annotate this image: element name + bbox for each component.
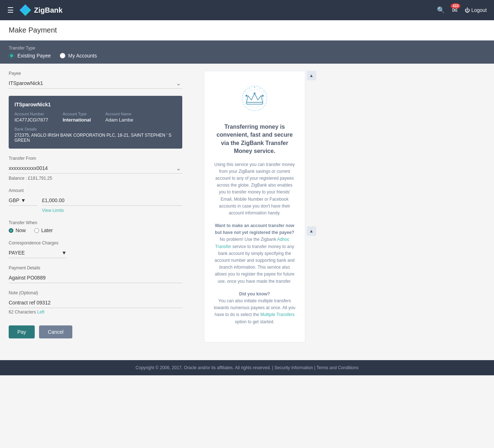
amount-label: Amount — [9, 188, 182, 193]
payee-select-wrapper[interactable]: ITSparowNick1 ⌄ — [9, 78, 182, 89]
transfer-from-group: Transfer From xxxxxxxxxxx0014 ⌄ Balance … — [9, 156, 182, 181]
payee-card: ITSparowNick1 Account Number IC477JCGI78… — [9, 96, 182, 149]
my-accounts-label: My Accounts — [68, 53, 97, 59]
button-row: Pay Cancel — [9, 325, 182, 338]
existing-payee-radio[interactable] — [9, 53, 14, 59]
page-title-bar: Make Payment — [0, 20, 494, 40]
logout-icon: ⏻ — [465, 7, 470, 13]
account-number-value: IC477JCGI7877 — [14, 117, 48, 123]
note-input[interactable] — [9, 298, 182, 308]
my-accounts-radio[interactable] — [60, 53, 65, 59]
svg-point-1 — [246, 89, 264, 107]
svg-point-5 — [262, 95, 264, 97]
logo: ZigBank — [20, 4, 63, 16]
info-panel-para2-bold: Want to make an account transfer now but… — [215, 223, 294, 235]
scroll-up-button[interactable]: ▲ — [307, 71, 316, 80]
info-panel-para3-bold: Did you know? — [239, 291, 270, 296]
svg-point-12 — [243, 97, 244, 97]
payment-details-input[interactable] — [9, 273, 182, 283]
view-limits-link[interactable]: View Limits — [42, 208, 182, 213]
info-panel-para2-rest: service to transfer money to any bank ac… — [214, 244, 295, 284]
left-panel: Payee ITSparowNick1 ⌄ ITSparowNick1 Acco… — [9, 71, 182, 346]
right-panel: Transferring money is convenient, fast a… — [204, 71, 305, 342]
correspondence-value: PAYEE — [9, 250, 25, 256]
now-option[interactable]: Now — [9, 227, 26, 233]
transfer-from-select[interactable]: xxxxxxxxxxx0014 — [9, 165, 182, 171]
account-type-value: International — [63, 117, 91, 123]
multiple-transfers-link[interactable]: Multiple Transfers — [260, 312, 295, 317]
payee-group: Payee ITSparowNick1 ⌄ — [9, 71, 182, 89]
cancel-button[interactable]: Cancel — [39, 325, 72, 338]
payment-details-label: Payment Details — [9, 265, 182, 270]
amount-input[interactable] — [42, 197, 182, 203]
note-group: Note (Optional) 62 Characters Left — [9, 290, 182, 315]
balance-text: Balance : £181,791.25 — [9, 176, 182, 181]
info-panel-para2-prefix: No problem! Use the Zigbank — [220, 237, 277, 242]
payee-card-row1: Account Number IC477JCGI7877 Account Typ… — [14, 112, 176, 123]
info-panel-para1: Using this service you can transfer mone… — [213, 161, 296, 217]
security-information-link[interactable]: Security Information — [274, 365, 313, 370]
info-panel-para3-suffix: option to get started. — [235, 319, 274, 324]
amount-input-wrapper[interactable] — [42, 195, 182, 206]
transfer-type-label: Transfer Type — [9, 46, 97, 51]
transfer-when-group: Transfer When Now Later — [9, 220, 182, 233]
transfer-when-radio-group: Now Later — [9, 227, 182, 233]
correspondence-charges-group: Correspondence Charges PAYEE ▼ — [9, 240, 182, 258]
existing-payee-option[interactable]: Existing Payee — [9, 53, 51, 59]
currency-select[interactable]: GBP ▼ — [9, 195, 38, 206]
now-label: Now — [16, 227, 26, 233]
pay-button[interactable]: Pay — [9, 325, 35, 338]
footer-copyright: Copyright © 2006, 2017, Oracle and/or it… — [136, 365, 271, 370]
chars-left-indicator: Left — [37, 310, 44, 315]
now-radio[interactable] — [9, 228, 13, 233]
logout-button[interactable]: ⏻ Logout — [465, 7, 487, 13]
account-name-label: Account Name — [105, 112, 133, 116]
account-type-label: Account Type — [63, 112, 91, 116]
correspondence-select[interactable]: PAYEE ▼ — [9, 248, 67, 258]
logo-text: ZigBank — [34, 6, 63, 14]
logo-icon — [20, 4, 31, 16]
account-number-field: Account Number IC477JCGI7877 — [14, 112, 48, 123]
svg-rect-2 — [247, 102, 263, 104]
transfer-type-radio-group: Existing Payee My Accounts — [9, 53, 97, 59]
transfer-from-select-wrapper[interactable]: xxxxxxxxxxx0014 ⌄ — [9, 163, 182, 174]
payee-label: Payee — [9, 71, 182, 76]
transfer-when-label: Transfer When — [9, 220, 182, 225]
later-radio[interactable] — [34, 228, 39, 233]
header-left: ☰ ZigBank — [7, 4, 63, 16]
account-type-field: Account Type International — [63, 112, 91, 123]
later-option[interactable]: Later — [34, 227, 53, 233]
svg-point-7 — [259, 88, 260, 89]
hamburger-icon[interactable]: ☰ — [7, 6, 14, 14]
svg-point-11 — [265, 97, 266, 97]
right-panel-container: Transferring money is convenient, fast a… — [204, 71, 305, 346]
mail-icon[interactable]: ✉ 433 — [452, 6, 457, 14]
header-right: 🔍 ✉ 433 ⏻ Logout — [437, 6, 487, 14]
payee-select[interactable]: ITSparowNick1 — [9, 80, 182, 86]
note-label: Note (Optional) — [9, 290, 182, 295]
transfer-type-bar: Transfer Type Existing Payee My Accounts — [0, 40, 494, 64]
svg-point-0 — [242, 86, 267, 111]
account-name-field: Account Name Adam Lambe — [105, 112, 133, 123]
bank-details-label: Bank Details — [14, 127, 176, 131]
main-content: Payee ITSparowNick1 ⌄ ITSparowNick1 Acco… — [0, 64, 494, 353]
my-accounts-option[interactable]: My Accounts — [60, 53, 97, 59]
scroll-down-button[interactable]: ▲ — [307, 226, 316, 236]
footer: Copyright © 2006, 2017, Oracle and/or it… — [0, 360, 494, 375]
scroll-buttons: ▲ ▲ — [307, 71, 316, 236]
svg-point-3 — [246, 95, 247, 97]
svg-point-9 — [263, 91, 264, 93]
svg-point-4 — [254, 93, 255, 94]
later-label: Later — [41, 227, 53, 233]
search-icon[interactable]: 🔍 — [437, 6, 445, 14]
bank-details-field: Bank Details 272375, ANGLO IRISH BANK CO… — [14, 127, 176, 143]
info-panel-para3: Did you know? You can also initiate mult… — [213, 291, 296, 325]
payee-card-name: ITSparowNick1 — [14, 102, 176, 107]
svg-point-6 — [254, 87, 255, 88]
crown-icon — [238, 82, 271, 115]
payment-details-group: Payment Details — [9, 265, 182, 283]
account-name-value: Adam Lambe — [105, 117, 133, 123]
terms-conditions-link[interactable]: Terms and Conditions — [316, 365, 358, 370]
info-panel-para2: Want to make an account transfer now but… — [213, 222, 296, 285]
account-number-label: Account Number — [14, 112, 48, 116]
